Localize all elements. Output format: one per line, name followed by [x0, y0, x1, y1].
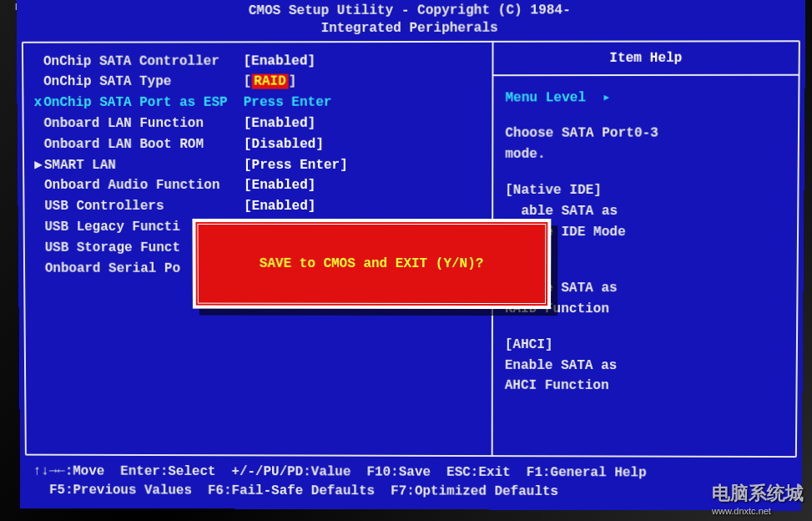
row-label: OnChip SATA Port as ESP — [43, 93, 244, 114]
arrow-icon: ▶ — [33, 155, 44, 176]
menu-level: Menu Level ▸ — [505, 87, 786, 108]
row-prefix — [32, 72, 43, 93]
row-sata-controller[interactable]: OnChip SATA Controller [Enabled] — [32, 51, 486, 73]
key-help-footer: ↑↓→←:Move Enter:Select +/-/PU/PD:Value F… — [20, 457, 802, 511]
help-option-ahci: [AHCI] Enable SATA as AHCI Function — [505, 335, 784, 397]
row-sata-port-esp[interactable]: x OnChip SATA Port as ESP Press Enter — [32, 93, 485, 114]
row-label: OnChip SATA Controller — [43, 51, 244, 72]
bios-screen[interactable]: CMOS Setup Utility - Copyright (C) 1984-… — [16, 0, 805, 511]
title-page: Integrated Peripherals — [17, 19, 806, 38]
row-prefix: x — [32, 93, 43, 114]
row-audio-function[interactable]: Onboard Audio Function [Enabled] — [33, 175, 485, 196]
row-prefix — [32, 51, 43, 72]
bios-title: CMOS Setup Utility - Copyright (C) 1984-… — [16, 0, 805, 39]
row-usb-controllers[interactable]: USB Controllers [Enabled] — [33, 196, 485, 217]
title-copyright: CMOS Setup Utility - Copyright (C) 1984- — [17, 2, 806, 21]
crt-screen: CMOS Setup Utility - Copyright (C) 1984-… — [16, 0, 805, 511]
row-value: [Enabled] — [244, 51, 486, 72]
selected-value-highlight: RAID — [251, 74, 288, 89]
dialog-message: SAVE to CMOS and EXIT (Y/N)? — [260, 256, 484, 271]
row-label: OnChip SATA Type — [43, 72, 244, 93]
help-title: Item Help — [493, 42, 798, 76]
row-sata-type[interactable]: OnChip SATA Type [RAID] — [32, 72, 485, 94]
row-lan-function[interactable]: Onboard LAN Function [Enabled] — [33, 114, 486, 134]
save-exit-dialog[interactable]: SAVE to CMOS and EXIT (Y/N)? — [192, 219, 551, 309]
row-lan-boot-rom[interactable]: Onboard LAN Boot ROM [Disabled] — [33, 134, 486, 154]
watermark: 电脑系统城 www.dnxtc.net — [712, 481, 804, 516]
row-value: [RAID] — [244, 72, 486, 93]
row-smart-lan[interactable]: ▶ SMART LAN [Press Enter] — [33, 154, 485, 175]
help-description: Choose SATA Port0-3 mode. — [505, 124, 786, 165]
row-value: Press Enter — [244, 93, 486, 114]
monitor-bezel: FLATRON Wide CMOS Setup Utility - Copyri… — [0, 0, 812, 521]
chevron-right-icon: ▸ — [603, 88, 611, 109]
